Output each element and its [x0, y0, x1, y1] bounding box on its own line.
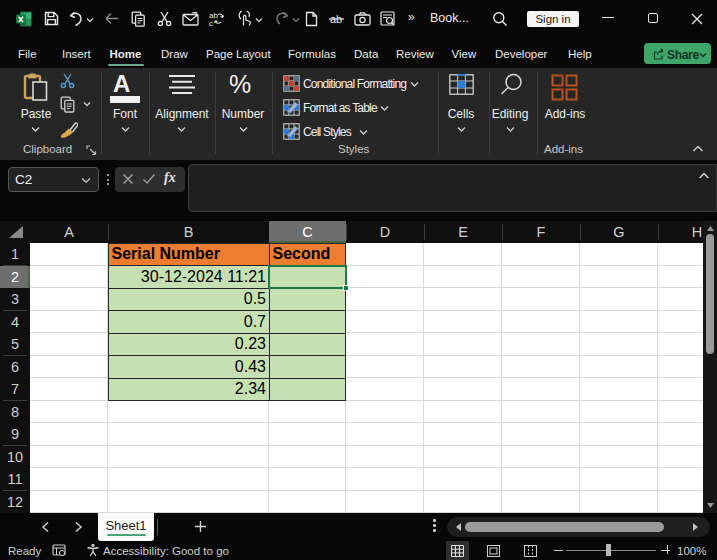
svg-text:c: c: [209, 19, 213, 27]
